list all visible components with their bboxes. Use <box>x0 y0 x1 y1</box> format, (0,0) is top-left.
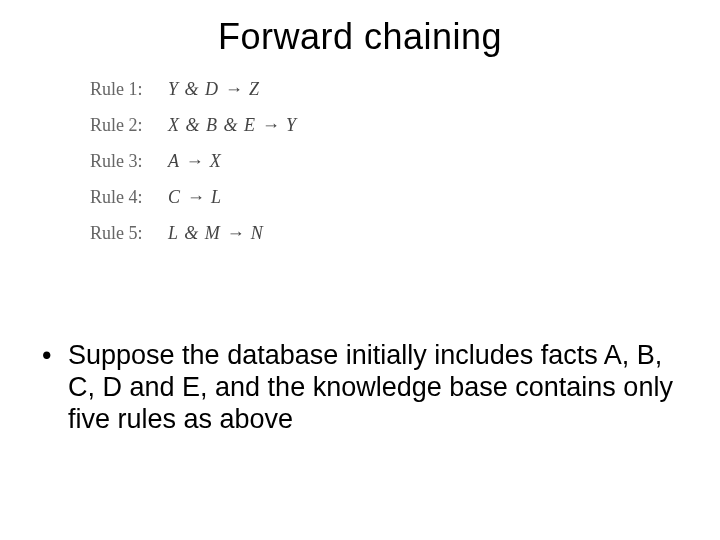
rule-body: L & M → N <box>168 224 264 242</box>
rule-row: Rule 3: A → X <box>90 152 297 170</box>
rule-label: Rule 2: <box>90 116 168 134</box>
rule-body: C → L <box>168 188 222 206</box>
bullet-marker: • <box>42 340 68 436</box>
bullet-item: • Suppose the database initially include… <box>42 340 678 436</box>
slide-title: Forward chaining <box>0 16 720 58</box>
rule-row: Rule 1: Y & D → Z <box>90 80 297 98</box>
rule-label: Rule 1: <box>90 80 168 98</box>
rule-body: A → X <box>168 152 222 170</box>
rule-row: Rule 5: L & M → N <box>90 224 297 242</box>
bullet-text: Suppose the database initially includes … <box>68 340 678 436</box>
rule-label: Rule 4: <box>90 188 168 206</box>
bullet-list: • Suppose the database initially include… <box>42 340 678 436</box>
rule-label: Rule 5: <box>90 224 168 242</box>
rule-row: Rule 2: X & B & E → Y <box>90 116 297 134</box>
rule-label: Rule 3: <box>90 152 168 170</box>
slide: Forward chaining Rule 1: Y & D → Z Rule … <box>0 0 720 540</box>
rule-body: X & B & E → Y <box>168 116 297 134</box>
rule-row: Rule 4: C → L <box>90 188 297 206</box>
rule-body: Y & D → Z <box>168 80 260 98</box>
rules-list: Rule 1: Y & D → Z Rule 2: X & B & E → Y … <box>90 80 297 260</box>
